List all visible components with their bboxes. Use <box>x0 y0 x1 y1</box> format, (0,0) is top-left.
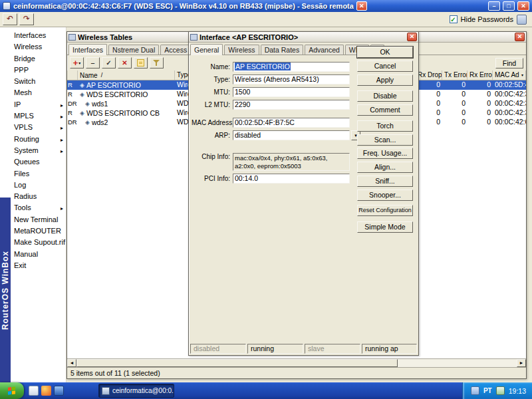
sidebar-item-label: IP <box>14 100 21 108</box>
winbox-task-button[interactable]: ceinformatica@00:0... <box>98 384 174 398</box>
disable-button[interactable]: Disable <box>357 90 413 102</box>
maximize-button[interactable]: □ <box>503 1 515 11</box>
add-icon: + <box>73 59 78 66</box>
sidebar-item-switch[interactable]: Switch <box>0 76 66 87</box>
tab-interfaces[interactable]: Interfaces <box>68 44 107 55</box>
mtu-field-row: MTU: 1500 <box>192 86 350 97</box>
toolbar-right-group: ✓ Hide Passwords <box>450 15 529 25</box>
sidebar-item-label: Interfaces <box>14 31 46 39</box>
arp-dropdown[interactable]: disabled <box>233 130 350 140</box>
sidebar-item-vpls[interactable]: VPLS▸ <box>0 122 66 133</box>
find-button[interactable]: Find <box>495 58 523 68</box>
sidebar-item-ppp[interactable]: PPP <box>0 65 66 76</box>
row-mac-address: 00:0C:42:6 <box>493 118 526 127</box>
minimize-button[interactable]: – <box>488 1 500 11</box>
comment-button[interactable] <box>134 57 148 68</box>
status-slave: slave <box>305 344 360 354</box>
scroll-left-button[interactable]: ◄ <box>67 359 76 367</box>
tray-status-icon[interactable] <box>496 386 505 395</box>
align-button[interactable]: Align... <box>357 162 413 173</box>
sidebar-item-system[interactable]: System▸ <box>0 145 66 156</box>
ok-button[interactable]: OK <box>357 47 413 58</box>
sidebar-item-log[interactable]: Log <box>0 180 66 191</box>
show-desktop-icon[interactable] <box>54 386 64 396</box>
simple-mode-button[interactable]: Simple Mode <box>357 221 413 233</box>
sidebar-item-wireless[interactable]: Wireless <box>0 41 66 53</box>
scan-button[interactable]: Scan... <box>357 134 413 146</box>
sidebar-item-interfaces[interactable]: Interfaces <box>0 30 66 41</box>
name-column-header[interactable]: Name/ <box>78 70 175 80</box>
taskbar: ceinformatica@00:0... PT 19:13 <box>0 382 532 399</box>
status-running: running <box>247 344 303 354</box>
sidebar-item-queues[interactable]: Queues <box>0 156 66 168</box>
sidebar-item-mpls[interactable]: MPLS▸ <box>0 110 66 122</box>
row-name: WDS ESCRITORIO <box>86 90 148 99</box>
enable-button[interactable]: ✓ <box>102 57 116 68</box>
remove-button[interactable]: − <box>86 57 100 68</box>
cancel-button[interactable]: Cancel <box>357 61 413 72</box>
horizontal-scrollbar[interactable]: ◄ ► <box>67 358 526 367</box>
tray-network-icon[interactable] <box>471 386 479 395</box>
mac-address-field-label: MAC Address: <box>192 119 230 126</box>
row-tx-errors: 0 <box>442 99 467 108</box>
submenu-arrow-icon: ▸ <box>61 146 63 157</box>
hide-passwords-checkbox[interactable]: ✓ <box>450 15 458 23</box>
comment-button[interactable]: Comment <box>357 104 413 116</box>
interface-dialog-close-button[interactable]: ✕ <box>407 33 417 41</box>
submenu-arrow-icon: ▸ <box>61 203 63 214</box>
filter-button[interactable] <box>150 57 164 68</box>
close-button[interactable]: ✕ <box>517 1 529 11</box>
snooper-button[interactable]: Snooper... <box>357 190 413 201</box>
flags-column-header[interactable] <box>67 70 78 80</box>
sidebar-item-ip[interactable]: IP▸ <box>0 99 66 110</box>
sidebar-item-label: Radius <box>14 192 37 200</box>
window-title: ceinformatica@00:0C:42:43:C6:F7 (WDS ESC… <box>13 2 354 10</box>
scrollbar-track[interactable] <box>76 359 517 367</box>
row-name-cell: ◈AP ESCRITORIO <box>78 80 175 90</box>
forward-button[interactable]: ↷ <box>19 13 34 25</box>
tx-errors-column-header[interactable]: Tx Errors <box>442 70 467 80</box>
apply-button[interactable]: Apply <box>357 74 413 86</box>
mac-address-column-header[interactable]: MAC Ad▾ <box>493 70 526 80</box>
wireless-tables-close-button[interactable]: ✕ <box>515 33 525 41</box>
freq-usage-button[interactable]: Freq. Usage... <box>357 148 413 159</box>
mtu-input[interactable]: 1500 <box>233 87 350 97</box>
tab-nstreme-dual[interactable]: Nstreme Dual <box>108 45 159 55</box>
submenu-arrow-icon: ▸ <box>61 100 63 111</box>
row-rx-drops: 0 <box>416 90 442 99</box>
wireless-interface-icon: ◈ <box>80 81 84 90</box>
scroll-right-button[interactable]: ► <box>517 359 526 367</box>
row-rx-drops: 0 <box>416 80 442 90</box>
name-input[interactable]: AP ESCRITORIO <box>233 62 350 72</box>
l2mtu-input[interactable]: 2290 <box>233 100 350 110</box>
sidebar-item-bridge[interactable]: Bridge <box>0 53 66 65</box>
disable-button[interactable]: ✕ <box>118 57 132 68</box>
mac-address-field-row: MAC Address: 00:02:5D:4F:B7:5C <box>192 117 350 128</box>
rx-errors-column-header[interactable]: Rx Errors <box>467 70 493 80</box>
tab-data-rates[interactable]: Data Rates <box>261 45 304 55</box>
tab-advanced[interactable]: Advanced <box>305 45 344 55</box>
sidebar-item-label: New Terminal <box>14 215 58 223</box>
tab-wireless[interactable]: Wireless <box>224 45 259 55</box>
sniff-button[interactable]: Sniff... <box>357 176 413 187</box>
sidebar-item-routing[interactable]: Routing▸ <box>0 134 66 145</box>
back-button[interactable]: ↶ <box>3 13 17 25</box>
add-button[interactable]: +▾ <box>70 57 84 68</box>
quick-launch-document-icon[interactable] <box>29 386 39 396</box>
language-indicator[interactable]: PT <box>483 387 492 394</box>
sidebar-item-files[interactable]: Files <box>0 168 66 180</box>
start-button[interactable] <box>0 382 24 399</box>
sidebar-item-mesh[interactable]: Mesh <box>0 87 66 98</box>
reset-configuration-button[interactable]: Reset Configuration <box>357 205 413 216</box>
winbox-task-label: ceinformatica@00:0... <box>112 387 174 394</box>
scrollbar-thumb[interactable] <box>76 359 398 367</box>
torch-button[interactable]: Torch <box>357 120 413 132</box>
remote-session-close-button[interactable]: ✕ <box>356 1 367 11</box>
rx-drops-column-header[interactable]: Rx Drops <box>416 70 442 80</box>
mac-address-input[interactable]: 00:02:5D:4F:B7:5C <box>233 118 350 128</box>
taskbar-clock: 19:13 <box>509 387 526 395</box>
tab-general[interactable]: General <box>190 44 223 55</box>
row-tx-errors: 0 <box>442 90 467 99</box>
status-running-ap: running ap <box>362 344 417 354</box>
quick-launch-app-icon[interactable] <box>41 386 51 396</box>
